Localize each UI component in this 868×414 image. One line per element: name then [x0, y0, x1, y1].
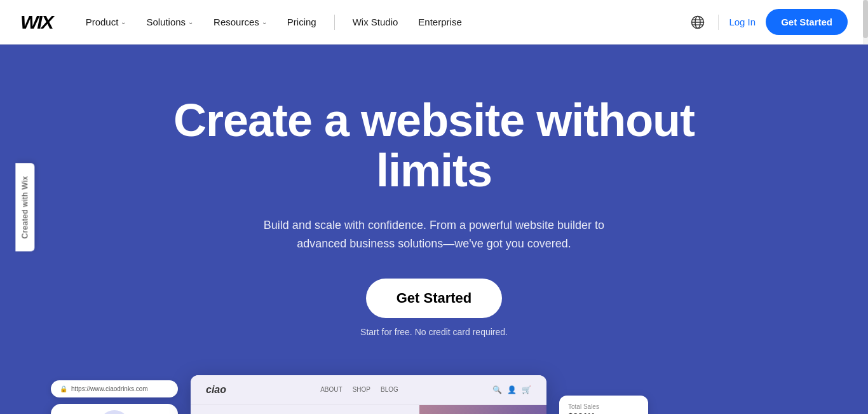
nav-divider	[334, 15, 335, 30]
site-nav-blog: BLOG	[381, 386, 398, 393]
globe-icon[interactable]	[688, 12, 708, 32]
site-navbar: ciao ABOUT SHOP BLOG 🔍 👤 🛒	[191, 375, 546, 405]
analytics-label: Total Sales	[568, 403, 639, 410]
nav-item-product[interactable]: Product ⌄	[78, 11, 134, 32]
side-label: Created with Wix	[15, 163, 34, 251]
chevron-down-icon: ⌄	[262, 18, 267, 25]
side-label-text: Created with Wix	[20, 176, 29, 238]
nav-item-enterprise[interactable]: Enterprise	[410, 11, 469, 32]
search-icon: 🔍	[492, 385, 502, 394]
login-button[interactable]: Log In	[729, 17, 756, 27]
hero-cta-label: Get Started	[397, 290, 472, 306]
product-label: Product	[86, 17, 119, 27]
scrollbar-track[interactable]	[863, 0, 868, 44]
resources-label: Resources	[214, 17, 259, 27]
ai-assistant-card: ✦ ✦ Want to change this layout? Make it …	[51, 404, 178, 414]
site-nav-about: ABOUT	[320, 386, 342, 393]
solutions-label: Solutions	[146, 17, 186, 27]
user-icon: 👤	[507, 385, 517, 394]
hero-title: Create a website without limits	[148, 95, 720, 196]
site-content: Sparkling Fruit Soda SHOP NOW	[191, 405, 546, 414]
logo-text: WIX	[20, 11, 53, 32]
site-nav-icons: 🔍 👤 🛒	[492, 385, 531, 394]
nav-links: Product ⌄ Solutions ⌄ Resources ⌄ Pricin…	[78, 11, 688, 32]
nav-item-solutions[interactable]: Solutions ⌄	[139, 11, 201, 32]
chevron-down-icon: ⌄	[188, 18, 193, 25]
nav-right: Log In Get Started	[688, 9, 848, 35]
chevron-down-icon: ⌄	[121, 18, 126, 25]
get-started-nav-label: Get Started	[781, 17, 832, 27]
hero-section: Create a website without limits Build an…	[0, 45, 868, 414]
hero-cta-button[interactable]: Get Started	[366, 279, 503, 318]
preview-left-card: 🔒 https://www.ciaodrinks.com ✦ ✦ Want to…	[51, 380, 178, 414]
preview-center-inner: ciao ABOUT SHOP BLOG 🔍 👤 🛒 Spar	[191, 375, 546, 414]
site-nav-shop: SHOP	[353, 386, 370, 393]
cart-icon: 🛒	[522, 385, 531, 394]
pricing-label: Pricing	[287, 17, 316, 27]
analytics-card: Total Sales $221K	[559, 396, 648, 414]
site-text-area: Sparkling Fruit Soda SHOP NOW	[191, 405, 419, 414]
wix-logo[interactable]: WIX	[20, 11, 53, 33]
url-bar-text: https://www.ciaodrinks.com	[71, 385, 148, 392]
wix-studio-label: Wix Studio	[353, 17, 398, 27]
site-product-image	[419, 405, 546, 414]
site-logo: ciao	[206, 384, 226, 396]
nav-item-wix-studio[interactable]: Wix Studio	[345, 11, 406, 32]
nav-divider-right	[718, 15, 719, 30]
scrollbar-thumb[interactable]	[863, 0, 868, 38]
nav-item-pricing[interactable]: Pricing	[280, 11, 324, 32]
site-nav-links: ABOUT SHOP BLOG	[320, 386, 398, 393]
preview-area: 🔒 https://www.ciaodrinks.com ✦ ✦ Want to…	[0, 375, 868, 414]
hero-cta-note: Start for free. No credit card required.	[360, 327, 508, 337]
url-bar: 🔒 https://www.ciaodrinks.com	[51, 380, 178, 397]
get-started-nav-button[interactable]: Get Started	[766, 9, 848, 35]
nav-item-resources[interactable]: Resources ⌄	[206, 11, 275, 32]
analytics-value: $221K	[568, 411, 639, 414]
site-image-overlay	[419, 405, 546, 414]
navbar: WIX Product ⌄ Solutions ⌄ Resources ⌄ Pr…	[0, 0, 868, 45]
preview-right-card: Total Sales $221K	[559, 396, 648, 414]
preview-center-card: ciao ABOUT SHOP BLOG 🔍 👤 🛒 Spar	[191, 375, 546, 414]
enterprise-label: Enterprise	[418, 17, 461, 27]
login-label: Log In	[729, 17, 756, 27]
lock-icon: 🔒	[60, 385, 67, 392]
hero-subtitle: Build and scale with confidence. From a …	[256, 216, 612, 253]
